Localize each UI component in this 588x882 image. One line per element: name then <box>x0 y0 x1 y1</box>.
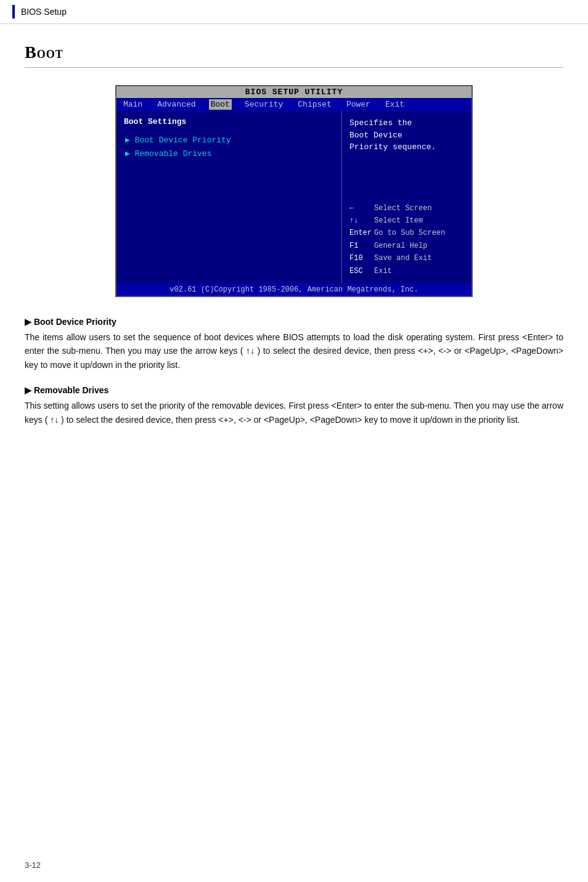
bios-key-row-select-item: ↑↓ Select Item <box>349 214 464 227</box>
section-title-b: B <box>25 43 37 62</box>
bios-key-row-esc: ESC Exit <box>349 265 464 277</box>
bios-left-panel: Boot Settings Boot Device Priority Remov… <box>116 111 342 284</box>
doc-entry-removable-drives: Removable Drives This setting allows use… <box>25 385 563 427</box>
bios-key-esc: ESC <box>349 265 372 277</box>
bios-entry-boot-device-priority[interactable]: Boot Device Priority <box>124 135 334 145</box>
bios-menu-security[interactable]: Security <box>243 99 285 110</box>
bios-key-f1: F1 <box>349 240 372 252</box>
bios-section-header: Boot Settings <box>124 117 334 126</box>
bios-key-select-item: Select Item <box>374 214 423 227</box>
bios-key-help: ← Select Screen ↑↓ Select Item Enter Go … <box>349 202 464 277</box>
doc-body-boot-device-priority: The items allow users to set the sequenc… <box>25 330 563 372</box>
page-number: 3-12 <box>25 860 41 870</box>
doc-body-removable-drives: This setting allows users to set the pri… <box>25 399 563 427</box>
bios-menu-exit[interactable]: Exit <box>383 99 406 110</box>
bios-key-row-enter: Enter Go to Sub Screen <box>349 227 464 239</box>
bios-help-text: Specifies theBoot DevicePriority sequenc… <box>349 117 464 153</box>
bios-key-exit: Exit <box>374 265 392 277</box>
header-bar: BIOS Setup <box>0 0 588 24</box>
bios-key-arrow: ← <box>349 202 372 214</box>
bios-key-f10: F10 <box>349 252 372 264</box>
header-title: BIOS Setup <box>21 7 67 17</box>
bios-key-row-f1: F1 General Help <box>349 240 464 252</box>
bios-key-general-help: General Help <box>374 240 427 252</box>
bios-menu-advanced[interactable]: Advanced <box>155 99 197 110</box>
bios-menu-chipset[interactable]: Chipset <box>296 99 333 110</box>
bios-footer: v02.61 (C)Copyright 1985-2006, American … <box>116 284 472 296</box>
bios-entry-removable-drives[interactable]: Removable Drives <box>124 149 334 158</box>
bios-key-sub-screen: Go to Sub Screen <box>374 227 445 239</box>
bios-key-save-exit: Save and Exit <box>374 252 432 264</box>
bios-emulator: BIOS SETUP UTILITY Main Advanced Boot Se… <box>115 85 473 297</box>
bios-key-enter: Enter <box>349 227 372 239</box>
doc-section: Boot Device Priority The items allow use… <box>25 317 563 427</box>
bios-key-row-f10: F10 Save and Exit <box>349 252 464 264</box>
bios-title-bar: BIOS SETUP UTILITY <box>116 86 472 98</box>
bios-menu-power[interactable]: Power <box>345 99 372 110</box>
page-wrapper: BIOS Setup BOOT BIOS SETUP UTILITY Main … <box>0 0 588 882</box>
section-title: BOOT <box>25 43 563 68</box>
bios-key-updown: ↑↓ <box>349 214 372 227</box>
bios-key-select-screen: Select Screen <box>374 202 432 214</box>
doc-title-removable-drives: Removable Drives <box>25 385 563 395</box>
doc-title-boot-device-priority: Boot Device Priority <box>25 317 563 327</box>
bios-menu-boot[interactable]: Boot <box>209 99 232 110</box>
bios-right-panel: Specifies theBoot DevicePriority sequenc… <box>342 111 472 284</box>
header-accent <box>12 5 15 18</box>
main-content: BOOT BIOS SETUP UTILITY Main Advanced Bo… <box>0 24 588 465</box>
bios-menu-bar: Main Advanced Boot Security Chipset Powe… <box>116 98 472 111</box>
bios-key-row-select-screen: ← Select Screen <box>349 202 464 214</box>
doc-entry-boot-device-priority: Boot Device Priority The items allow use… <box>25 317 563 372</box>
section-title-rest: OOT <box>37 48 63 60</box>
bios-body: Boot Settings Boot Device Priority Remov… <box>116 111 472 284</box>
bios-menu-main[interactable]: Main <box>121 99 144 110</box>
